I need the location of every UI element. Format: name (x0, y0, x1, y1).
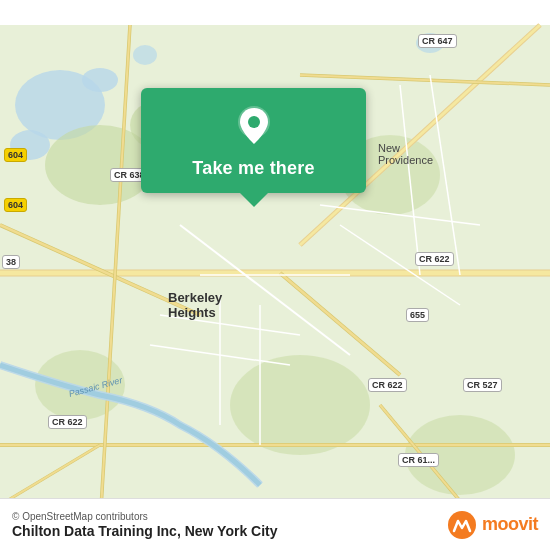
location-city: New York City (185, 523, 278, 539)
location-pin-icon (232, 104, 276, 148)
road-badge-cr622-right: CR 622 (415, 252, 454, 266)
svg-point-3 (82, 68, 118, 92)
moovit-text: moovit (482, 514, 538, 535)
road-badge-cr527: CR 527 (463, 378, 502, 392)
svg-point-4 (133, 45, 157, 65)
take-me-there-button[interactable]: Take me there (192, 158, 314, 179)
road-badge-38: 38 (2, 255, 20, 269)
road-badge-cr622-bottom: CR 622 (368, 378, 407, 392)
road-badge-cr61: CR 61... (398, 453, 439, 467)
svg-point-9 (230, 355, 370, 455)
road-badge-cr622-bottom-left: CR 622 (48, 415, 87, 429)
tooltip-card[interactable]: Take me there (141, 88, 366, 193)
location-title: Chilton Data Training Inc, New York City (12, 523, 278, 539)
map-container: 604 604 CR 638 CR 647 CR 622 38 655 CR 6… (0, 0, 550, 550)
map-background (0, 0, 550, 550)
moovit-logo: moovit (446, 509, 538, 541)
svg-point-42 (448, 511, 476, 539)
svg-point-41 (248, 116, 260, 128)
moovit-icon (446, 509, 478, 541)
location-name: Chilton Data Training Inc (12, 523, 177, 539)
road-badge-604-1: 604 (4, 148, 27, 162)
bottom-bar-info: © OpenStreetMap contributors Chilton Dat… (12, 511, 278, 539)
osm-credit: © OpenStreetMap contributors (12, 511, 278, 522)
road-badge-604-2: 604 (4, 198, 27, 212)
road-badge-cr647: CR 647 (418, 34, 457, 48)
road-badge-655: 655 (406, 308, 429, 322)
bottom-bar: © OpenStreetMap contributors Chilton Dat… (0, 498, 550, 550)
